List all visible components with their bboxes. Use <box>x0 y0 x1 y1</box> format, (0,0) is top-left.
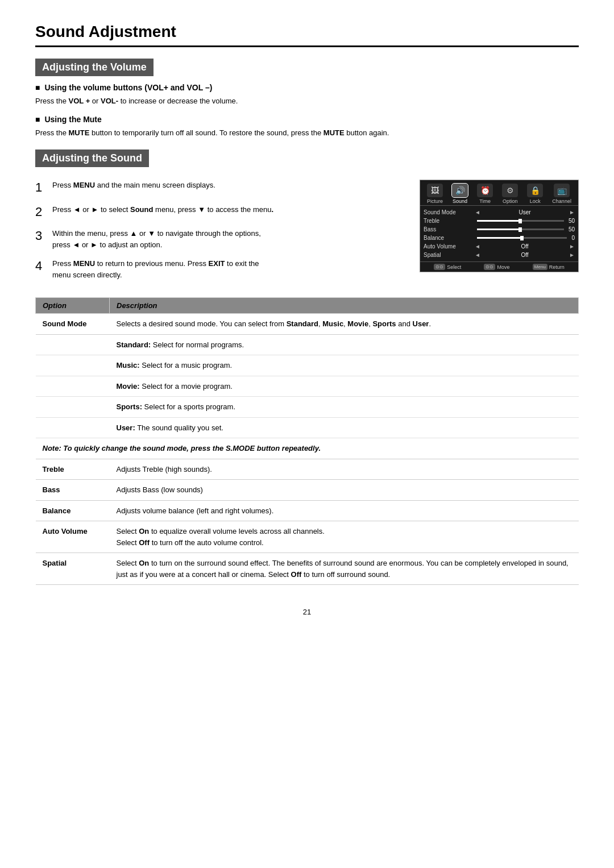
channel-icon: 📺 <box>554 184 570 197</box>
step-4: 4 Press MENU to return to previous menu.… <box>35 258 403 280</box>
footer-return: Menu Return <box>533 264 565 270</box>
time-label: Time <box>479 198 491 204</box>
autovolume-right: ► <box>569 243 575 250</box>
step-1-number: 1 <box>35 180 47 196</box>
balance-label: Balance <box>424 235 475 241</box>
user-description: User: The sound quality you set. <box>110 417 579 438</box>
move-btn: ⊙⊙ <box>484 264 495 270</box>
bass-option: Bass <box>36 480 110 501</box>
note-text: Note: To quickly change the sound mode, … <box>43 441 321 456</box>
table-row-bass: Bass Adjusts Bass (low sounds) <box>36 480 579 501</box>
standard-description: Standard: Select for normal programs. <box>110 334 579 355</box>
menu-row-autovolume: Auto Volume ◄ Off ► <box>424 242 575 251</box>
soundmode-right: ► <box>569 209 575 215</box>
select-label: Select <box>447 264 461 270</box>
bass-desc: Adjusts Bass (low sounds) <box>110 480 579 501</box>
table-row-balance: Balance Adjusts volume balance (left and… <box>36 500 579 521</box>
menu-icon-sound: 🔊 Sound <box>452 184 468 204</box>
menu-row-treble: Treble 50 <box>424 217 575 225</box>
autovolume-desc: Select On to equalize overall volume lev… <box>110 521 579 553</box>
menu-icon-channel: 📺 Channel <box>552 184 571 204</box>
step-2-text: Press ◄ or ► to select Sound menu, press… <box>52 204 273 221</box>
spatial-right: ► <box>569 252 575 258</box>
treble-label: Treble <box>424 218 475 224</box>
table-subrow-user: User: The sound quality you set. <box>36 417 579 438</box>
vol-buttons-text: Press the VOL + or VOL- to increase or d… <box>35 95 579 107</box>
col-description-header: Description <box>110 298 579 314</box>
option-table: Option Description Sound Mode Selects a … <box>35 297 579 585</box>
balance-desc: Adjusts volume balance (left and right v… <box>110 500 579 521</box>
option-icon: ⚙ <box>502 184 518 197</box>
vol-buttons-title: Using the volume buttons (VOL+ and VOL –… <box>35 83 579 92</box>
menu-rows: Sound Mode ◄ User ► Treble 50 <box>420 206 578 261</box>
step-3: 3 Within the menu, press ▲ or ▼ to navig… <box>35 228 403 250</box>
autovolume-value: Off <box>480 243 569 250</box>
footer-select: ⊙⊙ Select <box>434 264 461 270</box>
menu-row-spatial: Spatial ◄ Off ► <box>424 251 575 259</box>
soundmode-left: ◄ <box>475 209 480 215</box>
steps-column: 1 Press MENU and the main menu screen di… <box>35 180 403 288</box>
movie-option <box>36 376 110 397</box>
table-subrow-movie: Movie: Select for a movie program. <box>36 376 579 397</box>
menu-row-soundmode: Sound Mode ◄ User ► <box>424 208 575 217</box>
table-row-treble: Treble Adjusts Treble (high sounds). <box>36 459 579 480</box>
select-btn: ⊙⊙ <box>434 264 445 270</box>
menu-icon-time: ⏰ Time <box>477 184 493 204</box>
option-label: Option <box>503 198 518 204</box>
treble-option: Treble <box>36 459 110 480</box>
movie-description: Movie: Select for a movie program. <box>110 376 579 397</box>
step-3-text: Within the menu, press ▲ or ▼ to navigat… <box>52 228 261 250</box>
balance-slider <box>477 237 567 239</box>
volume-section: Adjusting the Volume Using the volume bu… <box>35 59 579 138</box>
soundmode-value: User <box>480 209 569 215</box>
treble-slider <box>477 220 564 222</box>
channel-label: Channel <box>552 198 571 204</box>
step-2: 2 Press ◄ or ► to select Sound menu, pre… <box>35 204 403 221</box>
table-subrow-standard: Standard: Select for normal programs. <box>36 334 579 355</box>
standard-option <box>36 334 110 355</box>
bass-slider <box>477 229 564 230</box>
page-number: 21 <box>35 608 579 616</box>
bass-label: Bass <box>424 226 475 232</box>
spatial-desc: Select On to turn on the surround sound … <box>110 553 579 585</box>
balance-option: Balance <box>36 500 110 521</box>
music-option <box>36 355 110 376</box>
menu-icon-option: ⚙ Option <box>502 184 518 204</box>
step-3-number: 3 <box>35 228 47 250</box>
sports-description: Sports: Select for a sports program. <box>110 397 579 418</box>
spatial-value: Off <box>480 252 569 258</box>
picture-icon: 🖼 <box>427 184 443 197</box>
autovolume-left: ◄ <box>475 243 480 250</box>
music-description: Music: Select for a music program. <box>110 355 579 376</box>
sound-section-header: Adjusting the Sound <box>35 149 149 167</box>
treble-desc: Adjusts Treble (high sounds). <box>110 459 579 480</box>
return-label: Return <box>549 264 565 270</box>
menu-icon-picture: 🖼 Picture <box>427 184 443 204</box>
col-option-header: Option <box>36 298 110 314</box>
step-1-text: Press MENU and the main menu screen disp… <box>52 180 215 196</box>
sound-content: 1 Press MENU and the main menu screen di… <box>35 180 579 288</box>
step-4-text: Press MENU to return to previous menu. P… <box>52 258 259 280</box>
footer-move: ⊙⊙ Move <box>484 264 509 270</box>
menu-icon-lock: 🔒 Lock <box>527 184 543 204</box>
page-title: Sound Adjustment <box>35 23 579 47</box>
table-subrow-sports: Sports: Select for a sports program. <box>36 397 579 418</box>
bass-value: 50 <box>569 226 575 232</box>
spatial-left: ◄ <box>475 252 480 258</box>
spatial-option: Spatial <box>36 553 110 585</box>
return-btn: Menu <box>533 264 547 270</box>
mute-title: Using the Mute <box>35 115 579 124</box>
menu-screenshot: 🖼 Picture 🔊 Sound ⏰ Time ⚙ Option <box>420 180 579 288</box>
sound-section: Adjusting the Sound 1 Press MENU and the… <box>35 149 579 288</box>
step-1: 1 Press MENU and the main menu screen di… <box>35 180 403 196</box>
menu-footer: ⊙⊙ Select ⊙⊙ Move Menu Return <box>420 261 578 272</box>
step-2-number: 2 <box>35 204 47 221</box>
menu-row-bass: Bass 50 <box>424 225 575 234</box>
picture-label: Picture <box>427 198 443 204</box>
table-row-soundmode: Sound Mode Selects a desired sound mode.… <box>36 314 579 335</box>
sound-icon: 🔊 <box>452 184 468 197</box>
volume-section-header: Adjusting the Volume <box>35 59 154 76</box>
move-label: Move <box>497 264 509 270</box>
table-row-note: Note: To quickly change the sound mode, … <box>36 438 579 459</box>
balance-value: 0 <box>571 235 575 241</box>
